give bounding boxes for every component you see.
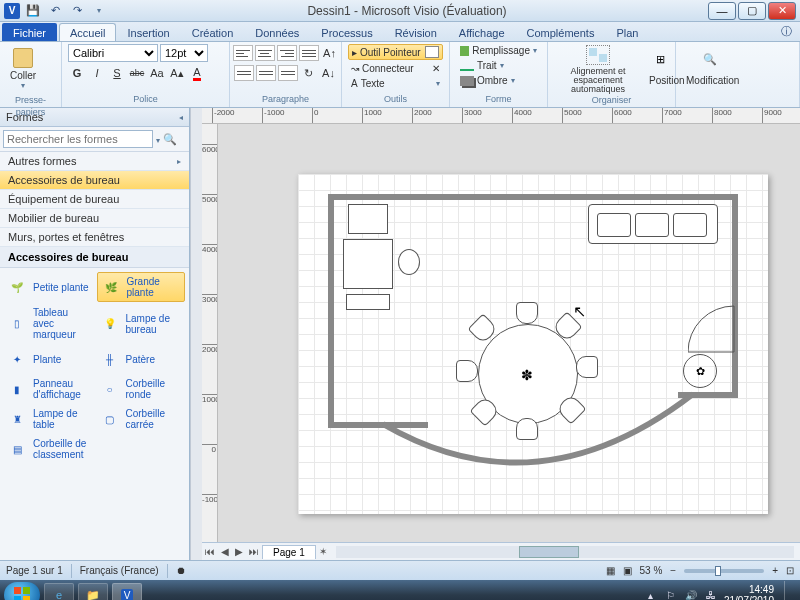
rotate-text-button[interactable]: ↻ (300, 64, 318, 82)
board-icon: ▯ (6, 313, 28, 335)
close-button[interactable]: ✕ (768, 2, 796, 20)
italic-button[interactable]: I (88, 64, 106, 82)
bullets-button[interactable] (299, 45, 319, 61)
zoom-in-button[interactable]: + (772, 565, 778, 576)
strike-button[interactable]: abc (128, 64, 146, 82)
font-grow-button[interactable]: A▴ (168, 64, 186, 82)
pointer-tool-button[interactable]: ▸ Outil Pointeur (348, 44, 443, 60)
group-shape: Remplissage▾ Trait▾ Ombre▾ Forme (450, 42, 548, 107)
task-explorer[interactable]: 📁 (78, 583, 108, 600)
stencil-autres[interactable]: Autres formes▸ (0, 152, 189, 171)
fit-page-button[interactable]: ⊡ (786, 565, 794, 576)
task-ie[interactable]: e (44, 583, 74, 600)
page-next-button[interactable]: ▶ (232, 546, 246, 557)
font-size-select[interactable]: 12pt (160, 44, 208, 62)
drawing-canvas[interactable]: ✽ ✿ ↖ (218, 124, 800, 542)
help-icon[interactable]: ⓘ (773, 22, 800, 41)
page-prev-button[interactable]: ◀ (218, 546, 232, 557)
stencil-mobilier[interactable]: Mobilier de bureau (0, 209, 189, 228)
app-icon[interactable]: V (4, 3, 20, 19)
shape-panneau[interactable]: ▮Panneau d'affichage (4, 375, 93, 403)
drawing-page[interactable]: ✽ ✿ ↖ (298, 174, 768, 514)
fill-button[interactable]: Remplissage▾ (456, 44, 541, 57)
valign-mid-button[interactable] (256, 65, 276, 81)
tab-accueil[interactable]: Accueil (59, 23, 116, 41)
show-desktop-button[interactable] (784, 581, 794, 600)
start-button[interactable] (4, 582, 40, 600)
desk-chair (398, 249, 420, 275)
qat-redo-icon[interactable]: ↷ (68, 3, 86, 19)
shape-lampe-table[interactable]: ♜Lampe de table (4, 405, 93, 433)
align-center-button[interactable] (255, 45, 275, 61)
status-language[interactable]: Français (France) (80, 565, 159, 576)
shape-grande-plante[interactable]: 🌿Grande plante (97, 272, 186, 302)
qat-more-icon[interactable]: ▾ (90, 3, 108, 19)
collapse-icon[interactable]: ◂ (179, 113, 183, 122)
shape-lampe-bureau[interactable]: 💡Lampe de bureau (97, 304, 186, 343)
tab-file[interactable]: Fichier (2, 23, 57, 41)
page-first-button[interactable]: ⏮ (202, 546, 218, 557)
minimize-button[interactable]: — (708, 2, 736, 20)
page-tab-1[interactable]: Page 1 (262, 545, 316, 559)
underline-button[interactable]: S (108, 64, 126, 82)
tab-affichage[interactable]: Affichage (448, 23, 516, 41)
align-button[interactable]: Alignement et espacement automatiques (554, 44, 642, 94)
tab-donnees[interactable]: Données (244, 23, 310, 41)
line-button[interactable]: Trait▾ (456, 59, 541, 72)
case-button[interactable]: Aa (148, 64, 166, 82)
bold-button[interactable]: G (68, 64, 86, 82)
view-fullscreen-button[interactable]: ▣ (623, 565, 632, 576)
maximize-button[interactable]: ▢ (738, 2, 766, 20)
view-normal-button[interactable]: ▦ (606, 565, 615, 576)
search-dropdown-icon[interactable]: ▾ (156, 136, 160, 145)
horizontal-scrollbar[interactable] (336, 546, 794, 558)
shapes-search-input[interactable] (3, 130, 153, 148)
record-macro-icon[interactable]: ⏺ (176, 565, 186, 576)
qat-save-icon[interactable]: 💾 (24, 3, 42, 19)
text-tool-button[interactable]: A Texte▾ (348, 77, 443, 90)
shape-corbeille-classement[interactable]: ▤Corbeille de classement (4, 435, 93, 463)
tray-flag-icon[interactable]: ⚐ (664, 588, 678, 600)
tab-complements[interactable]: Compléments (516, 23, 606, 41)
tab-insertion[interactable]: Insertion (116, 23, 180, 41)
modification-button[interactable]: 🔍 Modification (682, 44, 743, 94)
indent-dec-button[interactable]: A↑ (321, 44, 339, 62)
tray-up-icon[interactable]: ▴ (644, 588, 658, 600)
search-go-icon[interactable]: 🔍 (163, 133, 177, 145)
task-visio[interactable]: V (112, 583, 142, 600)
page-add-button[interactable]: ✶ (316, 546, 330, 557)
tray-volume-icon[interactable]: 🔊 (684, 588, 698, 600)
page-last-button[interactable]: ⏭ (246, 546, 262, 557)
shadow-button[interactable]: Ombre▾ (456, 74, 541, 87)
system-tray: ▴ ⚐ 🔊 🖧 14:49 21/07/2010 (644, 581, 796, 600)
align-left-button[interactable] (233, 45, 253, 61)
shape-plante[interactable]: ✦Plante (4, 345, 93, 373)
tab-processus[interactable]: Processus (310, 23, 383, 41)
tab-plan[interactable]: Plan (605, 23, 649, 41)
shape-tableau[interactable]: ▯Tableau avec marqueur (4, 304, 93, 343)
zoom-value[interactable]: 53 % (640, 565, 663, 576)
font-color-button[interactable]: A (188, 64, 206, 82)
stencil-accessoires[interactable]: Accessoires de bureau (0, 171, 189, 190)
tab-creation[interactable]: Création (181, 23, 245, 41)
shape-patere[interactable]: ╫Patère (97, 345, 186, 373)
tray-clock[interactable]: 14:49 21/07/2010 (724, 584, 774, 600)
valign-bot-button[interactable] (278, 65, 298, 81)
qat-undo-icon[interactable]: ↶ (46, 3, 64, 19)
valign-top-button[interactable] (234, 65, 254, 81)
shape-corbeille-ronde[interactable]: ○Corbeille ronde (97, 375, 186, 403)
indent-inc-button[interactable]: A↓ (320, 64, 338, 82)
stencil-equipement[interactable]: Équipement de bureau (0, 190, 189, 209)
shape-petite-plante[interactable]: 🌱Petite plante (4, 272, 93, 302)
tab-revision[interactable]: Révision (384, 23, 448, 41)
zoom-slider[interactable] (684, 569, 764, 573)
connector-tool-button[interactable]: ↝ Connecteur✕ (348, 62, 443, 75)
paste-button[interactable]: Coller ▾ (6, 44, 40, 94)
font-name-select[interactable]: Calibri (68, 44, 158, 62)
shape-corbeille-carree[interactable]: ▢Corbeille carrée (97, 405, 186, 433)
stencil-murs[interactable]: Murs, portes et fenêtres (0, 228, 189, 247)
align-right-button[interactable] (277, 45, 297, 61)
panel-scrollbar[interactable] (190, 108, 202, 560)
tray-network-icon[interactable]: 🖧 (704, 588, 718, 600)
zoom-out-button[interactable]: − (670, 565, 676, 576)
